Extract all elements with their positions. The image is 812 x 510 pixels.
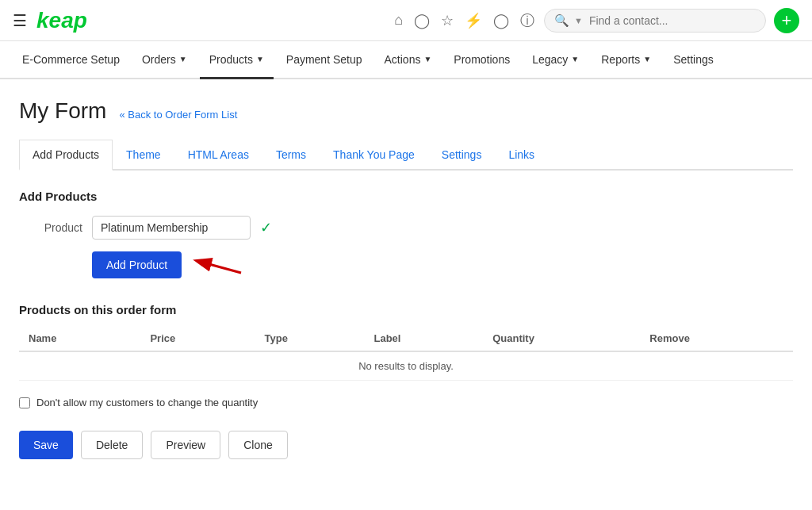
svg-line-1 <box>197 261 241 273</box>
no-results-row: No results to display. <box>19 351 793 381</box>
tab-add-products[interactable]: Add Products <box>19 140 113 171</box>
legacy-arrow-icon: ▼ <box>571 55 579 63</box>
reports-arrow-icon: ▼ <box>643 55 651 63</box>
nav-item-products[interactable]: Products ▼ <box>200 41 274 79</box>
help-icon[interactable]: ⓘ <box>520 11 534 30</box>
search-bar: 🔍 ▼ <box>544 9 766 33</box>
search-dropdown-icon[interactable]: ▼ <box>574 16 583 25</box>
tabs-bar: Add Products Theme HTML Areas Terms Than… <box>19 140 793 171</box>
nav-item-settings[interactable]: Settings <box>664 41 723 79</box>
nav-bar: E-Commerce Setup Orders ▼ Products ▼ Pay… <box>0 41 812 79</box>
col-type: Type <box>255 326 365 351</box>
table-section-title: Products on this order form <box>19 303 793 316</box>
product-check-icon: ✓ <box>260 219 272 236</box>
add-contact-button[interactable]: + <box>774 8 799 33</box>
quantity-checkbox-row: Don't allow my customers to change the q… <box>19 397 793 408</box>
product-label: Product <box>19 221 82 234</box>
col-remove: Remove <box>640 326 793 351</box>
quantity-checkbox-label: Don't allow my customers to change the q… <box>36 397 258 408</box>
tab-links[interactable]: Links <box>495 140 548 171</box>
products-table: Name Price Type Label Quantity Remove No… <box>19 326 793 381</box>
red-arrow-annotation <box>182 249 245 281</box>
nav-item-actions[interactable]: Actions ▼ <box>375 41 442 79</box>
preview-button[interactable]: Preview <box>151 431 220 459</box>
top-icons: ⌂ ◯ ☆ ⚡ ◯ ⓘ <box>394 11 534 30</box>
clone-button[interactable]: Clone <box>228 431 288 459</box>
add-product-row: Add Product <box>19 249 793 281</box>
no-results-text: No results to display. <box>19 351 793 381</box>
quantity-checkbox[interactable] <box>19 397 30 408</box>
tab-theme[interactable]: Theme <box>113 140 174 171</box>
nav-item-orders[interactable]: Orders ▼ <box>132 41 197 79</box>
save-button[interactable]: Save <box>19 431 73 459</box>
delete-button[interactable]: Delete <box>81 431 143 459</box>
hamburger-menu[interactable]: ☰ <box>13 11 27 30</box>
product-field[interactable] <box>92 216 251 240</box>
app-logo: keap <box>36 8 87 33</box>
nav-item-reports[interactable]: Reports ▼ <box>592 41 661 79</box>
bottom-buttons: Save Delete Preview Clone <box>19 431 793 459</box>
orders-arrow-icon: ▼ <box>179 55 187 63</box>
page-title: My Form <box>19 98 106 124</box>
nav-item-promotions[interactable]: Promotions <box>444 41 519 79</box>
tab-settings[interactable]: Settings <box>428 140 496 171</box>
user-icon[interactable]: ◯ <box>493 12 509 29</box>
actions-arrow-icon: ▼ <box>423 55 431 63</box>
col-price: Price <box>140 326 255 351</box>
col-name: Name <box>19 326 140 351</box>
col-quantity: Quantity <box>483 326 640 351</box>
tab-terms[interactable]: Terms <box>262 140 320 171</box>
back-link[interactable]: « Back to Order Form List <box>119 109 237 121</box>
nav-item-ecommerce-setup[interactable]: E-Commerce Setup <box>13 41 129 79</box>
tab-thank-you-page[interactable]: Thank You Page <box>320 140 428 171</box>
top-bar: ☰ keap ⌂ ◯ ☆ ⚡ ◯ ⓘ 🔍 ▼ + <box>0 0 812 41</box>
lightning-icon[interactable]: ⚡ <box>465 12 482 29</box>
clock-icon[interactable]: ◯ <box>414 12 430 29</box>
products-arrow-icon: ▼ <box>256 55 264 63</box>
col-label: Label <box>364 326 483 351</box>
home-icon[interactable]: ⌂ <box>394 12 403 29</box>
table-header-row: Name Price Type Label Quantity Remove <box>19 326 793 351</box>
table-section: Products on this order form Name Price T… <box>19 303 793 381</box>
add-product-button[interactable]: Add Product <box>92 251 182 278</box>
product-input-row: Product ✓ <box>19 216 793 240</box>
add-products-section: Add Products Product ✓ Add Product <box>19 190 793 281</box>
search-icon: 🔍 <box>554 13 569 28</box>
nav-item-payment-setup[interactable]: Payment Setup <box>277 41 372 79</box>
search-input[interactable] <box>589 14 756 27</box>
add-products-title: Add Products <box>19 190 793 203</box>
page-content: My Form « Back to Order Form List Add Pr… <box>0 79 812 478</box>
star-icon[interactable]: ☆ <box>441 12 454 29</box>
nav-item-legacy[interactable]: Legacy ▼ <box>523 41 588 79</box>
tab-html-areas[interactable]: HTML Areas <box>174 140 262 171</box>
page-header: My Form « Back to Order Form List <box>19 98 793 124</box>
